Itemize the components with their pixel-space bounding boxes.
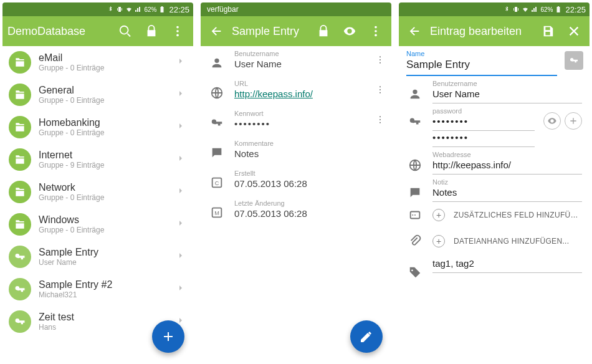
close-button[interactable] xyxy=(563,21,585,42)
svg-point-8 xyxy=(380,62,381,64)
plus-icon xyxy=(568,116,578,126)
svg-point-23 xyxy=(414,214,416,216)
field-icon xyxy=(408,208,422,222)
svg-point-0 xyxy=(176,26,179,29)
lock-button[interactable] xyxy=(313,21,334,42)
icon-picker-button[interactable] xyxy=(565,51,583,70)
username-input[interactable] xyxy=(432,87,582,103)
overflow-button[interactable] xyxy=(167,21,188,42)
key-icon xyxy=(9,246,31,268)
field-username: Benutzername xyxy=(399,76,590,103)
signal-icon xyxy=(135,6,142,13)
item-title: Zeit test xyxy=(39,312,168,323)
svg-point-14 xyxy=(380,119,381,120)
app-title: DemoDatabase xyxy=(7,25,110,38)
field-tags xyxy=(399,254,590,279)
list-item[interactable]: Sample Entry #2Michael321 xyxy=(2,273,193,305)
chevron-right-icon xyxy=(176,153,186,166)
field-username: BenutzernameUser Name xyxy=(201,46,391,76)
lock-icon xyxy=(145,24,158,38)
list-item[interactable]: eMailGruppe - 0 Einträge xyxy=(2,46,193,79)
status-bar: verfügbar xyxy=(201,2,391,16)
list-item[interactable]: Sample EntryUser Name xyxy=(2,241,193,273)
back-button[interactable] xyxy=(206,21,227,42)
edit-content: Name Benutzername password xyxy=(399,46,590,362)
key-icon xyxy=(210,116,224,130)
battery-icon xyxy=(555,6,562,13)
folder-icon xyxy=(9,148,31,171)
password-input[interactable] xyxy=(432,115,535,131)
svg-point-2 xyxy=(176,34,179,37)
svg-text:C: C xyxy=(215,180,219,186)
list-item[interactable]: InternetGruppe - 9 Einträge xyxy=(2,143,193,176)
list-item[interactable]: WindowsGruppe - 0 Einträge xyxy=(2,208,193,241)
field-menu[interactable] xyxy=(374,110,386,125)
note-input[interactable] xyxy=(432,186,582,202)
search-icon xyxy=(118,24,132,38)
save-icon xyxy=(541,24,555,38)
vibrate-icon xyxy=(512,6,520,13)
list-item[interactable]: GeneralGruppe - 0 Einträge xyxy=(2,79,193,111)
folder-icon xyxy=(9,84,31,106)
url-link[interactable]: http://keepass.info/ xyxy=(234,89,365,99)
item-title: Network xyxy=(39,182,168,193)
vibrate-icon xyxy=(116,6,123,13)
overflow-button[interactable] xyxy=(365,21,386,42)
chevron-right-icon xyxy=(176,186,186,198)
folder-icon xyxy=(9,51,31,74)
field-modified: M Letzte Änderung07.05.2013 06:28 xyxy=(201,196,391,226)
screen-database-list: 62% 22:25 DemoDatabase eMailGruppe - 0 E… xyxy=(2,2,193,362)
key-icon xyxy=(408,115,422,128)
list-content: eMailGruppe - 0 EinträgeGeneralGruppe - … xyxy=(2,46,193,362)
visibility-button[interactable] xyxy=(339,21,360,42)
key-icon xyxy=(569,55,579,65)
more-vert-icon xyxy=(375,55,385,65)
field-menu[interactable] xyxy=(374,50,386,65)
arrow-back-icon xyxy=(209,24,223,38)
fab-edit[interactable] xyxy=(350,320,383,353)
app-title: Sample Entry xyxy=(232,25,308,38)
folder-icon xyxy=(9,213,31,236)
eye-icon xyxy=(547,116,557,126)
more-vert-icon xyxy=(369,24,383,38)
toggle-visibility-button[interactable] xyxy=(543,112,561,130)
item-title: Homebanking xyxy=(39,117,168,128)
battery-percent: 62% xyxy=(540,6,553,13)
field-menu[interactable] xyxy=(374,80,386,95)
svg-point-22 xyxy=(412,214,413,216)
clock: 22:25 xyxy=(169,5,189,14)
tags-input[interactable] xyxy=(432,257,582,273)
field-note: Notiz xyxy=(399,175,590,202)
name-input[interactable] xyxy=(406,57,557,76)
chevron-right-icon xyxy=(176,56,186,69)
plus-icon: + xyxy=(432,209,445,221)
fab-add[interactable] xyxy=(152,320,184,353)
comment-icon xyxy=(408,186,422,199)
list-item[interactable]: HomebankingGruppe - 0 Einträge xyxy=(2,111,193,143)
add-attachment-row[interactable]: + DATEIANHANG HINZUFÜGEN... xyxy=(399,228,590,254)
screen-entry-edit: 62% 22:25 Eintrag bearbeiten Name Benutz… xyxy=(399,2,590,362)
add-field-row[interactable]: + ZUSÄTZLICHES FELD HINZUFÜGEN xyxy=(399,202,590,228)
item-subtitle: Michael321 xyxy=(39,290,168,299)
back-button[interactable] xyxy=(404,21,425,42)
item-subtitle: Gruppe - 0 Einträge xyxy=(39,96,168,105)
generate-password-button[interactable] xyxy=(565,112,582,130)
battery-icon xyxy=(158,6,166,13)
app-bar: DemoDatabase xyxy=(2,16,193,46)
list-item[interactable]: NetworkGruppe - 0 Einträge xyxy=(2,176,193,208)
save-button[interactable] xyxy=(537,21,558,42)
svg-point-1 xyxy=(176,30,179,32)
chevron-right-icon xyxy=(176,89,186,101)
eye-icon xyxy=(343,24,356,38)
created-icon: C xyxy=(210,176,224,189)
svg-point-3 xyxy=(375,26,377,29)
lock-button[interactable] xyxy=(141,21,162,42)
field-password: Kennwort•••••••• xyxy=(201,106,391,136)
app-title: Eintrag bearbeiten xyxy=(430,25,532,38)
url-input[interactable] xyxy=(432,158,582,175)
password-confirm-input[interactable] xyxy=(432,131,535,147)
item-title: Sample Entry #2 xyxy=(39,279,168,290)
pencil-icon xyxy=(359,329,374,344)
chevron-right-icon xyxy=(176,218,186,231)
search-button[interactable] xyxy=(115,21,136,42)
